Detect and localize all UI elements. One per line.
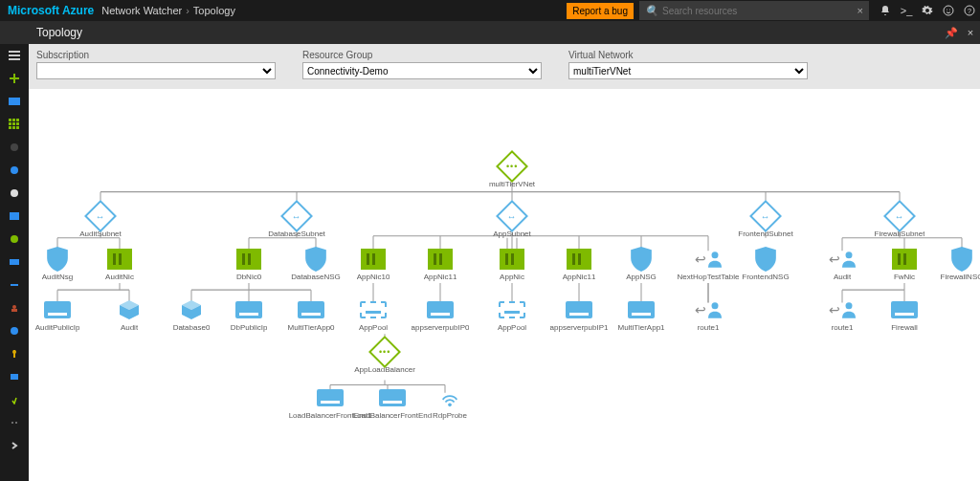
label: route1: [832, 324, 854, 333]
svg-rect-18: [10, 212, 19, 220]
svg-point-24: [12, 350, 16, 354]
subscription-select[interactable]: [36, 62, 276, 79]
top-actions: >_ ?: [875, 0, 980, 21]
arrow-left-icon: ↩: [829, 302, 840, 317]
svg-point-16: [11, 166, 18, 174]
node-subnet-audit[interactable]: AuditSubnet: [74, 204, 127, 239]
resource-group-select[interactable]: Connectivity-Demo: [302, 62, 542, 79]
brand[interactable]: Microsoft Azure: [0, 4, 101, 17]
cloudshell-icon[interactable]: >_: [896, 0, 917, 21]
svg-rect-25: [11, 374, 18, 380]
label: FirewallNSG: [941, 273, 980, 282]
node-fw-nic[interactable]: FwNic: [878, 247, 931, 282]
blade-header: Topology 📌 ×: [0, 21, 980, 44]
label: AppPool: [498, 324, 526, 333]
close-icon[interactable]: ×: [961, 27, 980, 39]
node-audit-publicip[interactable]: AuditPublicIp: [31, 297, 84, 333]
label: DbNic0: [236, 273, 261, 282]
menu-icon[interactable]: [7, 48, 22, 63]
node-subnet-app[interactable]: AppSubnet: [485, 204, 539, 239]
node-rdp-probe[interactable]: RdpProbe: [423, 385, 477, 421]
node-db-nic[interactable]: DbNic0: [222, 247, 276, 282]
label: appserverpubIP1: [550, 324, 609, 333]
sidebar-item[interactable]: [7, 300, 22, 316]
sidebar-item[interactable]: [7, 277, 22, 293]
search-box[interactable]: 🔍 ×: [639, 1, 869, 20]
node-nexthoptable[interactable]: ↩ NextHopTestTable: [681, 247, 735, 282]
label: AuditNic: [105, 273, 134, 282]
node-appnic10[interactable]: AppNic10: [346, 247, 400, 282]
svg-point-0: [944, 6, 953, 15]
node-appserverpubip1[interactable]: appserverpubIP1: [552, 297, 606, 333]
node-database0[interactable]: Database0: [165, 297, 218, 333]
svg-point-1: [947, 10, 947, 11]
node-multitierapp1[interactable]: MultiTierApp1: [614, 297, 668, 333]
sidebar-item[interactable]: [7, 346, 22, 361]
sidebar-item[interactable]: [7, 140, 22, 155]
node-app-loadbalancer[interactable]: AppLoadBalancer: [358, 339, 412, 375]
node-subnet-firewall[interactable]: FirewallSubnet: [873, 204, 926, 239]
node-appserverpubip0[interactable]: appserverpubIP0: [413, 297, 467, 333]
node-db-nsg[interactable]: DatabaseNSG: [289, 247, 343, 282]
add-icon[interactable]: [7, 71, 22, 86]
dashboard-icon[interactable]: [7, 94, 22, 109]
svg-point-26: [11, 422, 13, 424]
svg-rect-13: [12, 126, 15, 129]
report-bug-button[interactable]: Report a bug: [567, 3, 634, 19]
node-appnic11[interactable]: AppNic11: [413, 247, 467, 282]
help-icon[interactable]: ?: [959, 0, 980, 21]
sidebar-item[interactable]: [7, 415, 22, 430]
sidebar-item[interactable]: [7, 392, 22, 407]
svg-point-92: [712, 302, 719, 309]
svg-rect-20: [10, 259, 19, 265]
virtual-network-select[interactable]: multiTierVNet: [568, 62, 808, 79]
smile-icon[interactable]: [938, 0, 959, 21]
chevron-right-icon: ›: [182, 5, 193, 16]
node-audit-rt[interactable]: ↩ Audit: [815, 247, 869, 282]
grid-icon[interactable]: [7, 117, 22, 132]
svg-rect-5: [9, 98, 20, 105]
svg-point-27: [15, 422, 17, 424]
node-frontend-nsg[interactable]: FrontendNSG: [739, 247, 792, 282]
node-subnet-frontend[interactable]: FrontendSubnet: [739, 204, 792, 239]
node-subnet-database[interactable]: DatabaseSubnet: [270, 204, 323, 239]
svg-rect-11: [16, 122, 19, 125]
node-apppool2[interactable]: AppPool: [485, 297, 539, 333]
sidebar-expand-icon[interactable]: [7, 438, 22, 453]
node-apppool[interactable]: AppPool: [346, 297, 400, 333]
node-app-nsg[interactable]: AppNSG: [614, 247, 668, 282]
node-appnic3[interactable]: AppNic11: [552, 247, 606, 282]
label: AppNic: [500, 273, 524, 282]
node-audit-nsg[interactable]: AuditNsg: [31, 247, 84, 282]
node-firewall-vm[interactable]: Firewall: [878, 297, 931, 333]
sidebar-item[interactable]: [7, 163, 22, 178]
bell-icon[interactable]: [875, 0, 896, 21]
clear-icon[interactable]: ×: [858, 5, 863, 16]
search-input[interactable]: [662, 6, 858, 16]
svg-point-95: [448, 404, 452, 407]
arrow-left-icon: ↩: [695, 302, 706, 317]
label: AuditPublicIp: [35, 324, 80, 333]
node-firewall-nsg[interactable]: FirewallNSG: [935, 247, 980, 282]
node-audit-nic[interactable]: AuditNic: [93, 247, 146, 282]
gear-icon[interactable]: [917, 0, 938, 21]
node-appnic2[interactable]: AppNic: [485, 247, 539, 282]
node-vnet-root[interactable]: multiTierVNet: [485, 154, 539, 189]
sidebar-item[interactable]: [7, 208, 22, 224]
sidebar-item[interactable]: [7, 186, 22, 201]
node-audit-vm[interactable]: Audit: [102, 297, 156, 333]
crumb-network-watcher[interactable]: Network Watcher: [101, 5, 182, 16]
node-db-publicip[interactable]: DbPublicIp: [222, 297, 276, 333]
blade-title: Topology: [36, 26, 82, 39]
sidebar-item[interactable]: [7, 323, 22, 339]
node-route1b[interactable]: ↩ route1: [815, 297, 869, 333]
node-route1[interactable]: ↩ route1: [681, 297, 735, 333]
sidebar-item[interactable]: [7, 231, 22, 247]
sidebar-item[interactable]: [7, 369, 22, 384]
node-multitierapp0[interactable]: MultiTierApp0: [284, 297, 338, 333]
sidebar-item[interactable]: [7, 254, 22, 270]
topology-canvas[interactable]: multiTierVNet AuditSubnet DatabaseSubnet…: [29, 89, 980, 481]
crumb-topology[interactable]: Topology: [193, 5, 235, 16]
label: Firewall: [891, 324, 918, 333]
pin-icon[interactable]: 📌: [942, 27, 961, 39]
